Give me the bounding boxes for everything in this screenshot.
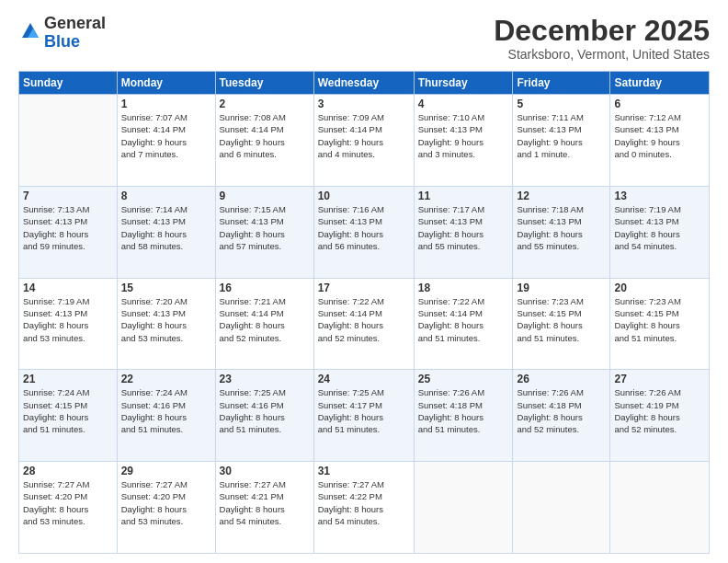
- day-info: Sunrise: 7:27 AM Sunset: 4:22 PM Dayligh…: [318, 478, 410, 527]
- day-of-week-header: Thursday: [414, 72, 513, 95]
- calendar-week-row: 21Sunrise: 7:24 AM Sunset: 4:15 PM Dayli…: [19, 370, 710, 462]
- day-number: 5: [517, 98, 606, 110]
- calendar-day-cell: 11Sunrise: 7:17 AM Sunset: 4:13 PM Dayli…: [414, 186, 513, 278]
- header: General Blue December 2025 Starksboro, V…: [18, 15, 710, 62]
- calendar-table: SundayMondayTuesdayWednesdayThursdayFrid…: [18, 71, 710, 554]
- day-info: Sunrise: 7:08 AM Sunset: 4:14 PM Dayligh…: [220, 111, 310, 160]
- calendar-day-cell: 14Sunrise: 7:19 AM Sunset: 4:13 PM Dayli…: [19, 278, 118, 370]
- calendar-day-cell: 21Sunrise: 7:24 AM Sunset: 4:15 PM Dayli…: [19, 370, 118, 462]
- day-info: Sunrise: 7:09 AM Sunset: 4:14 PM Dayligh…: [318, 111, 410, 160]
- day-number: 3: [318, 98, 410, 110]
- calendar-day-cell: 30Sunrise: 7:27 AM Sunset: 4:21 PM Dayli…: [215, 462, 313, 554]
- day-info: Sunrise: 7:12 AM Sunset: 4:13 PM Dayligh…: [614, 111, 705, 160]
- day-info: Sunrise: 7:19 AM Sunset: 4:13 PM Dayligh…: [23, 295, 113, 344]
- calendar-day-cell: [610, 462, 710, 554]
- day-of-week-header: Wednesday: [313, 72, 414, 95]
- day-of-week-header: Sunday: [19, 72, 118, 95]
- logo-icon: [20, 21, 40, 41]
- day-info: Sunrise: 7:27 AM Sunset: 4:21 PM Dayligh…: [220, 478, 310, 527]
- day-info: Sunrise: 7:20 AM Sunset: 4:13 PM Dayligh…: [121, 295, 211, 344]
- page: General Blue December 2025 Starksboro, V…: [0, 0, 728, 563]
- calendar-day-cell: 22Sunrise: 7:24 AM Sunset: 4:16 PM Dayli…: [117, 370, 215, 462]
- day-number: 29: [121, 465, 211, 477]
- day-of-week-header: Monday: [117, 72, 215, 95]
- day-info: Sunrise: 7:23 AM Sunset: 4:15 PM Dayligh…: [517, 295, 606, 344]
- day-of-week-header: Saturday: [610, 72, 710, 95]
- day-info: Sunrise: 7:11 AM Sunset: 4:13 PM Dayligh…: [517, 111, 606, 160]
- day-number: 12: [517, 190, 606, 202]
- day-number: 22: [121, 373, 211, 385]
- day-number: 20: [614, 282, 705, 294]
- title-area: December 2025 Starksboro, Vermont, Unite…: [494, 15, 710, 62]
- calendar-day-cell: 2Sunrise: 7:08 AM Sunset: 4:14 PM Daylig…: [215, 95, 313, 187]
- calendar-day-cell: 17Sunrise: 7:22 AM Sunset: 4:14 PM Dayli…: [313, 278, 414, 370]
- location: Starksboro, Vermont, United States: [494, 47, 710, 62]
- day-number: 8: [121, 190, 211, 202]
- day-number: 16: [220, 282, 310, 294]
- logo-blue-text: Blue: [44, 32, 80, 51]
- day-info: Sunrise: 7:19 AM Sunset: 4:13 PM Dayligh…: [614, 203, 705, 252]
- day-number: 6: [614, 98, 705, 110]
- calendar-week-row: 1Sunrise: 7:07 AM Sunset: 4:14 PM Daylig…: [19, 95, 710, 187]
- day-number: 7: [23, 190, 113, 202]
- day-info: Sunrise: 7:22 AM Sunset: 4:14 PM Dayligh…: [318, 295, 410, 344]
- calendar-header-row: SundayMondayTuesdayWednesdayThursdayFrid…: [19, 72, 710, 95]
- calendar-day-cell: 10Sunrise: 7:16 AM Sunset: 4:13 PM Dayli…: [313, 186, 414, 278]
- calendar-day-cell: 8Sunrise: 7:14 AM Sunset: 4:13 PM Daylig…: [117, 186, 215, 278]
- logo-general-text: General: [44, 14, 106, 32]
- calendar-day-cell: 29Sunrise: 7:27 AM Sunset: 4:20 PM Dayli…: [117, 462, 215, 554]
- day-number: 31: [318, 465, 410, 477]
- day-info: Sunrise: 7:24 AM Sunset: 4:16 PM Dayligh…: [121, 386, 211, 435]
- day-info: Sunrise: 7:10 AM Sunset: 4:13 PM Dayligh…: [418, 111, 509, 160]
- calendar-day-cell: 23Sunrise: 7:25 AM Sunset: 4:16 PM Dayli…: [215, 370, 313, 462]
- day-info: Sunrise: 7:24 AM Sunset: 4:15 PM Dayligh…: [23, 386, 113, 435]
- day-info: Sunrise: 7:13 AM Sunset: 4:13 PM Dayligh…: [23, 203, 113, 252]
- day-number: 27: [614, 373, 705, 385]
- day-number: 18: [418, 282, 509, 294]
- calendar-day-cell: 9Sunrise: 7:15 AM Sunset: 4:13 PM Daylig…: [215, 186, 313, 278]
- calendar-day-cell: 28Sunrise: 7:27 AM Sunset: 4:20 PM Dayli…: [19, 462, 118, 554]
- day-number: 21: [23, 373, 113, 385]
- day-info: Sunrise: 7:16 AM Sunset: 4:13 PM Dayligh…: [318, 203, 410, 252]
- day-of-week-header: Friday: [513, 72, 610, 95]
- calendar-day-cell: 3Sunrise: 7:09 AM Sunset: 4:14 PM Daylig…: [313, 95, 414, 187]
- calendar-day-cell: 6Sunrise: 7:12 AM Sunset: 4:13 PM Daylig…: [610, 95, 710, 187]
- day-number: 10: [318, 190, 410, 202]
- day-number: 17: [318, 282, 410, 294]
- calendar-day-cell: 12Sunrise: 7:18 AM Sunset: 4:13 PM Dayli…: [513, 186, 610, 278]
- day-info: Sunrise: 7:14 AM Sunset: 4:13 PM Dayligh…: [121, 203, 211, 252]
- day-number: 11: [418, 190, 509, 202]
- calendar-day-cell: 7Sunrise: 7:13 AM Sunset: 4:13 PM Daylig…: [19, 186, 118, 278]
- calendar-week-row: 28Sunrise: 7:27 AM Sunset: 4:20 PM Dayli…: [19, 462, 710, 554]
- day-number: 2: [220, 98, 310, 110]
- calendar-day-cell: [414, 462, 513, 554]
- day-info: Sunrise: 7:07 AM Sunset: 4:14 PM Dayligh…: [121, 111, 211, 160]
- day-info: Sunrise: 7:17 AM Sunset: 4:13 PM Dayligh…: [418, 203, 509, 252]
- calendar-day-cell: 20Sunrise: 7:23 AM Sunset: 4:15 PM Dayli…: [610, 278, 710, 370]
- day-number: 26: [517, 373, 606, 385]
- calendar-day-cell: 18Sunrise: 7:22 AM Sunset: 4:14 PM Dayli…: [414, 278, 513, 370]
- day-number: 9: [220, 190, 310, 202]
- day-number: 28: [23, 465, 113, 477]
- day-info: Sunrise: 7:25 AM Sunset: 4:16 PM Dayligh…: [220, 386, 310, 435]
- calendar-day-cell: 31Sunrise: 7:27 AM Sunset: 4:22 PM Dayli…: [313, 462, 414, 554]
- day-number: 4: [418, 98, 509, 110]
- day-info: Sunrise: 7:21 AM Sunset: 4:14 PM Dayligh…: [220, 295, 310, 344]
- day-info: Sunrise: 7:27 AM Sunset: 4:20 PM Dayligh…: [121, 478, 211, 527]
- calendar-day-cell: 1Sunrise: 7:07 AM Sunset: 4:14 PM Daylig…: [117, 95, 215, 187]
- day-info: Sunrise: 7:26 AM Sunset: 4:18 PM Dayligh…: [418, 386, 509, 435]
- day-info: Sunrise: 7:26 AM Sunset: 4:18 PM Dayligh…: [517, 386, 606, 435]
- day-info: Sunrise: 7:15 AM Sunset: 4:13 PM Dayligh…: [220, 203, 310, 252]
- calendar-week-row: 7Sunrise: 7:13 AM Sunset: 4:13 PM Daylig…: [19, 186, 710, 278]
- day-number: 30: [220, 465, 310, 477]
- month-title: December 2025: [494, 15, 710, 47]
- day-info: Sunrise: 7:26 AM Sunset: 4:19 PM Dayligh…: [614, 386, 705, 435]
- calendar-day-cell: 4Sunrise: 7:10 AM Sunset: 4:13 PM Daylig…: [414, 95, 513, 187]
- day-number: 14: [23, 282, 113, 294]
- day-number: 19: [517, 282, 606, 294]
- day-number: 1: [121, 98, 211, 110]
- calendar-day-cell: 13Sunrise: 7:19 AM Sunset: 4:13 PM Dayli…: [610, 186, 710, 278]
- day-info: Sunrise: 7:23 AM Sunset: 4:15 PM Dayligh…: [614, 295, 705, 344]
- day-number: 13: [614, 190, 705, 202]
- calendar-day-cell: 19Sunrise: 7:23 AM Sunset: 4:15 PM Dayli…: [513, 278, 610, 370]
